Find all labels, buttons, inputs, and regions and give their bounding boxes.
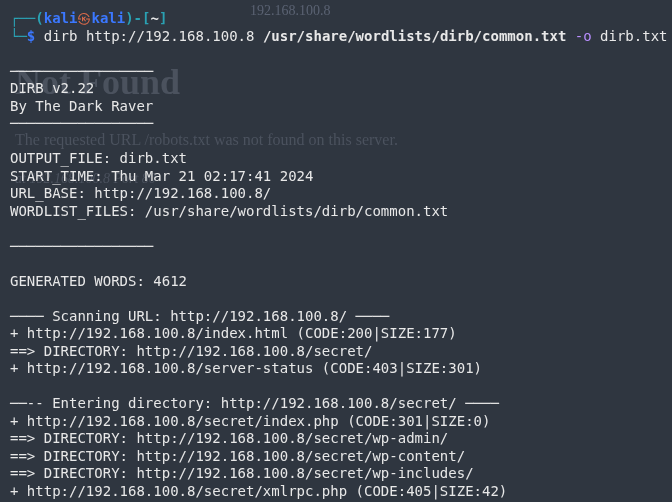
app-window: 192.168.100.8 Not Found The requested UR… bbox=[0, 0, 672, 502]
dirb-dir-1: ==> DIRECTORY: http://192.168.100.8/secr… bbox=[10, 343, 662, 361]
dirb-url-base: URL_BASE: http://192.168.100.8/ bbox=[10, 185, 662, 203]
prompt-user: kali bbox=[44, 10, 78, 26]
empty-line bbox=[10, 220, 662, 238]
cmd-arg-outfile: dirb.txt bbox=[600, 28, 667, 44]
cmd-arg-url: http://192.168.100.8 bbox=[86, 28, 255, 44]
cmd-flag-o: -o bbox=[575, 28, 592, 44]
dirb-hr-top: ───────────────── bbox=[10, 63, 662, 81]
dirb-hr-mid: ───────────────── bbox=[10, 115, 662, 133]
empty-line bbox=[10, 45, 662, 63]
dirb-hit-2: + http://192.168.100.8/server-status (CO… bbox=[10, 360, 662, 378]
dirb-hit-1: + http://192.168.100.8/index.html (CODE:… bbox=[10, 325, 662, 343]
prompt-corner2-icon: └─ bbox=[10, 28, 27, 44]
dirb-hr-bottom: ───────────────── bbox=[10, 238, 662, 256]
dirb-hit-3: + http://192.168.100.8/secret/index.php … bbox=[10, 413, 662, 431]
prompt-host: kali bbox=[91, 10, 125, 26]
prompt-corner-icon: ┌── bbox=[10, 10, 35, 26]
prompt-line-1: ┌──(kali㉿kali)-[~] bbox=[10, 10, 662, 28]
empty-line bbox=[10, 290, 662, 308]
dirb-generated-words: GENERATED WORDS: 4612 bbox=[10, 273, 662, 291]
empty-line bbox=[10, 378, 662, 396]
dirb-entering-dir: ──-- Entering directory: http://192.168.… bbox=[10, 395, 662, 413]
dirb-dir-4: ==> DIRECTORY: http://192.168.100.8/secr… bbox=[10, 465, 662, 483]
dirb-byline: By The Dark Raver bbox=[10, 98, 662, 116]
dirb-version: DIRB v2.22 bbox=[10, 80, 662, 98]
empty-line bbox=[10, 133, 662, 151]
dirb-dir-2: ==> DIRECTORY: http://192.168.100.8/secr… bbox=[10, 430, 662, 448]
cmd-dirb: dirb bbox=[44, 28, 78, 44]
prompt-dollar: $ bbox=[27, 28, 35, 44]
terminal[interactable]: ┌──(kali㉿kali)-[~] └─$ dirb http://192.1… bbox=[0, 0, 672, 502]
prompt-at-icon: ㉿ bbox=[77, 10, 91, 26]
dirb-dir-3: ==> DIRECTORY: http://192.168.100.8/secr… bbox=[10, 448, 662, 466]
prompt-cwd: ~ bbox=[150, 10, 158, 26]
cmd-arg-wordlist: /usr/share/wordlists/dirb/common.txt bbox=[263, 28, 566, 44]
dirb-output-file: OUTPUT_FILE: dirb.txt bbox=[10, 150, 662, 168]
dirb-scanning-url: ──── Scanning URL: http://192.168.100.8/… bbox=[10, 308, 662, 326]
dirb-start-time: START_TIME: Thu Mar 21 02:17:41 2024 bbox=[10, 168, 662, 186]
prompt-line-2: └─$ dirb http://192.168.100.8 /usr/share… bbox=[10, 28, 662, 46]
dirb-hit-4: + http://192.168.100.8/secret/xmlrpc.php… bbox=[10, 483, 662, 501]
dirb-wordlist-files: WORDLIST_FILES: /usr/share/wordlists/dir… bbox=[10, 203, 662, 221]
empty-line bbox=[10, 255, 662, 273]
